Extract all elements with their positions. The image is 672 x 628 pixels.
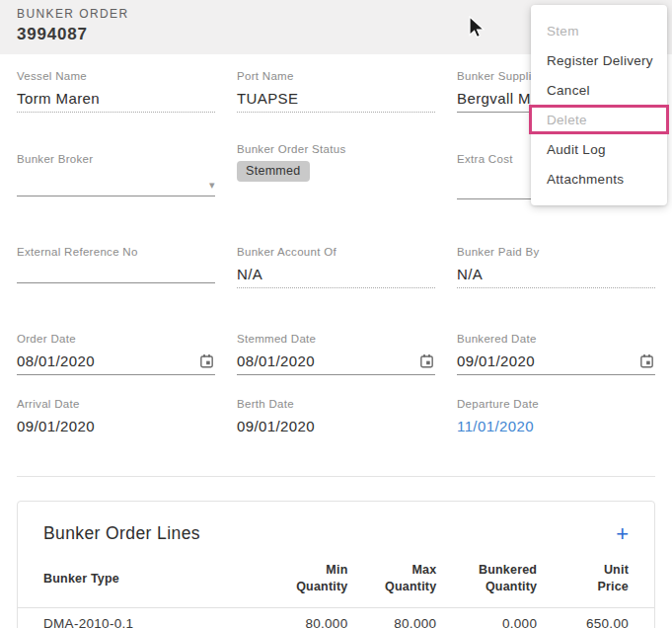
bunker-order-lines-title: Bunker Order Lines [43,523,200,544]
bunker-paid-by-label: Bunker Paid By [457,245,655,259]
bunker-paid-by-value[interactable]: N/A [457,266,655,288]
order-date-field[interactable]: Order Date 08/01/2020 [17,332,215,375]
stemmed-date-value[interactable]: 08/01/2020 [237,353,315,370]
cell-bunker-type[interactable]: DMA-2010-0.1 [18,608,260,628]
menu-item-delete: Delete [529,105,669,134]
bunkered-date-field[interactable]: Bunkered Date 09/01/2020 [457,332,655,375]
add-line-button[interactable]: + [616,524,629,544]
external-reference-label: External Reference No [17,245,215,259]
bunker-order-status-label: Bunker Order Status [237,142,435,156]
bunker-broker-field[interactable]: Bunker Broker ▾ [17,152,215,199]
calendar-icon[interactable] [198,353,215,370]
vessel-name-field[interactable]: Vessel Name Torm Maren [17,69,215,113]
column-header-unit-price: UnitPrice [537,544,654,608]
bunkered-date-label: Bunkered Date [457,332,655,346]
column-header-bunker-type: Bunker Type [18,544,260,608]
chevron-down-icon[interactable]: ▾ [209,178,215,192]
cell-max-quantity[interactable]: 80.000 [347,608,436,628]
context-menu: Stem Register Delivery Cancel Delete Aud… [531,5,667,205]
column-header-max-quantity: MaxQuantity [347,544,436,608]
column-header-min-quantity: MinQuantity [260,544,348,608]
menu-item-attachments[interactable]: Attachments [531,164,667,194]
calendar-icon[interactable] [418,353,435,370]
departure-date-link[interactable]: 11/01/2020 [457,418,655,440]
bunker-order-lines-card: Bunker Order Lines + Bunker Type MinQuan… [17,501,655,628]
external-reference-value[interactable] [17,266,215,283]
menu-item-audit-log[interactable]: Audit Log [531,134,667,164]
bunker-account-of-value[interactable]: N/A [237,266,435,288]
departure-date-field[interactable]: Departure Date 11/01/2020 [457,397,655,440]
external-reference-field[interactable]: External Reference No [17,245,215,288]
order-date-value[interactable]: 08/01/2020 [17,353,95,370]
table-header-row: Bunker Type MinQuantity MaxQuantity Bunk… [18,544,654,608]
cell-bunkered-quantity[interactable]: 0.000 [436,608,537,628]
bunker-order-status-field: Bunker Order Status Stemmed [237,142,435,199]
menu-item-cancel[interactable]: Cancel [531,75,667,105]
menu-item-register-delivery[interactable]: Register Delivery [531,45,667,75]
berth-date-value: 09/01/2020 [237,418,435,440]
section-divider [17,476,655,477]
stemmed-date-field[interactable]: Stemmed Date 08/01/2020 [237,332,435,375]
port-name-label: Port Name [237,69,435,83]
mouse-cursor-icon [468,16,485,39]
berth-date-label: Berth Date [237,397,435,411]
cell-min-quantity[interactable]: 80.000 [260,608,348,628]
departure-date-label: Departure Date [457,397,655,411]
bunkered-date-value[interactable]: 09/01/2020 [457,353,535,370]
arrival-date-field: Arrival Date 09/01/2020 [17,397,215,440]
status-badge: Stemmed [237,161,310,182]
stemmed-date-label: Stemmed Date [237,332,435,346]
column-header-bunkered-quantity: BunkeredQuantity [436,544,537,608]
arrival-date-value: 09/01/2020 [17,418,215,440]
table-row[interactable]: DMA-2010-0.1 80.000 80.000 0.000 650.00 [18,608,654,628]
order-lines-table: Bunker Type MinQuantity MaxQuantity Bunk… [18,544,654,628]
port-name-field[interactable]: Port Name TUAPSE [237,69,435,113]
port-name-value[interactable]: TUAPSE [237,90,435,113]
arrival-date-label: Arrival Date [17,397,215,411]
bunker-account-of-field[interactable]: Bunker Account Of N/A [237,245,435,288]
bunker-account-of-label: Bunker Account Of [237,245,435,259]
cell-unit-price[interactable]: 650.00 [537,608,654,628]
berth-date-field: Berth Date 09/01/2020 [237,397,435,440]
vessel-name-label: Vessel Name [17,69,215,83]
calendar-icon[interactable] [638,353,655,370]
order-date-label: Order Date [17,332,215,346]
bunker-broker-label: Bunker Broker [17,152,215,166]
menu-item-stem: Stem [531,16,667,45]
vessel-name-value[interactable]: Torm Maren [17,90,215,113]
bunker-paid-by-field[interactable]: Bunker Paid By N/A [457,245,655,288]
